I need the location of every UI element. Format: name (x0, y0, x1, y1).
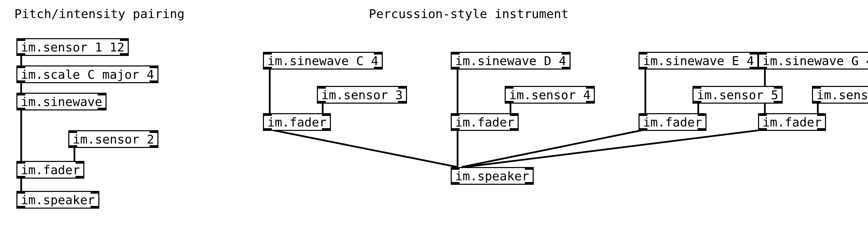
obj-sinewave[interactable]: im.sinewave (16, 93, 107, 110)
obj-sine-e[interactable]: im.sinewave E 4 (639, 52, 758, 70)
obj-text: im.sinewave C 4 (267, 54, 378, 68)
obj-text: im.sensor 3 (321, 88, 403, 102)
obj-sine-d[interactable]: im.sinewave D 4 (451, 52, 571, 70)
obj-sine-c[interactable]: im.sinewave C 4 (263, 52, 383, 70)
obj-fader-2[interactable]: im.fader (639, 113, 706, 131)
obj-text: im.sinewave G 4 (762, 54, 868, 68)
obj-text: im.sensor 5 (697, 88, 778, 102)
obj-sensor-2[interactable]: im.sensor 2 (68, 130, 158, 148)
obj-fader-1[interactable]: im.fader (451, 113, 519, 131)
obj-sensor-6[interactable]: im.sensor 6 (812, 86, 868, 104)
patch-canvas: Pitch/intensity pairing Percussion-style… (0, 0, 868, 225)
obj-text: im.fader (455, 115, 514, 129)
obj-text: im.sinewave (21, 95, 102, 109)
title-pitch-intensity: Pitch/intensity pairing (14, 7, 185, 21)
obj-text: im.sensor 1 12 (21, 40, 124, 54)
obj-text: im.scale C major 4 (21, 68, 154, 81)
obj-fader-0[interactable]: im.fader (263, 113, 331, 131)
obj-sensor-4[interactable]: im.sensor 4 (505, 86, 595, 104)
obj-fader-3[interactable]: im.fader (758, 113, 826, 131)
obj-text: im.sensor 4 (509, 88, 590, 102)
title-percussion: Percussion-style instrument (369, 7, 569, 21)
obj-text: im.sinewave E 4 (643, 54, 754, 68)
svg-line-15 (462, 130, 645, 167)
obj-sensor-5[interactable]: im.sensor 5 (692, 86, 783, 104)
obj-sensor-3[interactable]: im.sensor 3 (317, 86, 407, 104)
obj-sine-g[interactable]: im.sinewave G 4 (758, 52, 868, 70)
obj-text: im.sinewave D 4 (455, 54, 566, 68)
obj-fader-left[interactable]: im.fader (16, 161, 84, 179)
patch-wires (0, 0, 868, 225)
obj-speaker-perc[interactable]: im.speaker (451, 167, 534, 185)
svg-line-16 (464, 130, 765, 167)
obj-text: im.speaker (21, 193, 95, 207)
obj-text: im.fader (267, 115, 326, 129)
obj-sensor-1[interactable]: im.sensor 1 12 (16, 38, 129, 56)
obj-text: im.sensor 2 (73, 132, 154, 146)
obj-text: im.fader (643, 115, 702, 129)
obj-text: im.speaker (455, 169, 529, 183)
obj-scale[interactable]: im.scale C major 4 (16, 65, 158, 83)
svg-line-13 (270, 130, 458, 167)
obj-text: im.sensor 6 (816, 88, 868, 102)
obj-text: im.fader (762, 115, 822, 129)
obj-speaker-left[interactable]: im.speaker (16, 191, 99, 209)
obj-text: im.fader (21, 163, 80, 177)
